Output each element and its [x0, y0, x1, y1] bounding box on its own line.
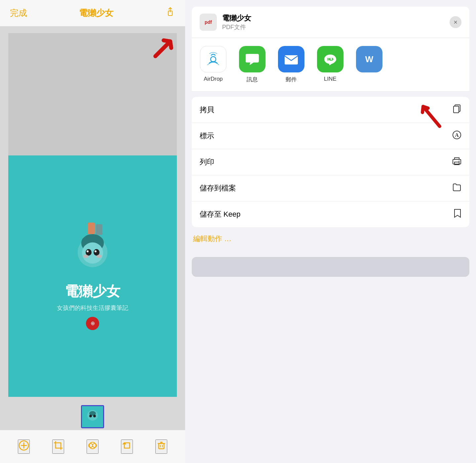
print-label: 列印: [200, 157, 214, 167]
svg-point-9: [94, 249, 99, 256]
pdf-content-area: 電獺少女 女孩們的科技生活膠囊筆記 ⊕: [0, 26, 185, 403]
markup-icon: A: [452, 130, 461, 142]
print-icon: [452, 156, 461, 168]
svg-rect-1: [88, 223, 95, 234]
save-keep-icon: [454, 209, 461, 220]
save-files-icon: [452, 183, 461, 194]
pdf-viewer-panel: 完成 電獺少女: [0, 0, 185, 463]
action-markup[interactable]: 標示 A: [192, 123, 469, 149]
save-keep-label: 儲存至 Keep: [200, 209, 241, 219]
action-print[interactable]: 列印: [192, 149, 469, 175]
red-arrow-indicator: [149, 33, 178, 63]
pdf-page-cover: 電獺少女 女孩們的科技生活膠囊筆記 ⊕: [8, 155, 177, 397]
app-item-more[interactable]: W: [354, 46, 384, 72]
pdf-page: 電獺少女 女孩們的科技生活膠囊筆記 ⊕: [8, 33, 177, 397]
copy-icon: [452, 104, 461, 115]
document-title: 電獺少女: [79, 7, 113, 19]
actions-list: 拷貝 標示 A: [192, 97, 469, 227]
apps-row: AirDrop 訊息 郵件: [192, 38, 469, 92]
red-seal: ⊕: [86, 317, 99, 330]
airdrop-icon: [205, 51, 222, 68]
airdrop-label: AirDrop: [204, 76, 223, 82]
share-sheet-panel: pdf 電獺少女 PDF文件 × AirDrop: [185, 0, 476, 463]
bottom-blur-area: [192, 257, 469, 277]
cover-character: [69, 223, 116, 275]
edit-actions-button[interactable]: 編輯動作 …: [185, 227, 476, 250]
action-copy[interactable]: 拷貝: [192, 97, 469, 123]
thumbnail-item[interactable]: [81, 405, 104, 428]
mail-label: 郵件: [286, 76, 297, 83]
line-label: LINE: [324, 76, 337, 82]
app-item-mail[interactable]: 郵件: [276, 46, 306, 83]
cover-subtitle: 女孩們的科技生活膠囊筆記: [57, 304, 128, 312]
app-item-messages[interactable]: 訊息: [237, 46, 267, 83]
line-app-icon: [322, 51, 339, 68]
svg-rect-27: [329, 58, 330, 60]
share-header-info: 電獺少女 PDF文件: [222, 13, 251, 31]
svg-rect-23: [159, 443, 164, 449]
svg-point-11: [95, 250, 97, 252]
mail-icon-box: [278, 46, 304, 72]
document-type: PDF文件: [222, 23, 251, 31]
add-button[interactable]: [18, 440, 30, 454]
copy-label: 拷貝: [200, 105, 214, 115]
action-save-keep[interactable]: 儲存至 Keep: [192, 201, 469, 227]
filter-button[interactable]: [87, 440, 99, 454]
close-button[interactable]: ×: [450, 16, 461, 28]
delete-button[interactable]: [155, 440, 167, 454]
svg-point-24: [211, 57, 216, 62]
svg-point-12: [83, 255, 89, 258]
more-app-icon: W: [356, 46, 382, 72]
svg-rect-2: [96, 224, 102, 235]
top-bar: 完成 電獺少女: [0, 0, 185, 26]
app-item-airdrop[interactable]: AirDrop: [198, 46, 228, 82]
markup-label: 標示: [200, 131, 214, 141]
document-name: 電獺少女: [222, 13, 251, 23]
messages-label: 訊息: [247, 76, 258, 83]
thumbnail-strip: [0, 403, 185, 430]
svg-point-8: [86, 249, 92, 256]
svg-point-34: [459, 161, 460, 162]
app-item-line[interactable]: LINE: [315, 46, 345, 82]
crop-button[interactable]: [52, 440, 64, 454]
svg-rect-25: [285, 55, 298, 64]
share-button[interactable]: [165, 7, 175, 19]
share-sheet-header: pdf 電獺少女 PDF文件 ×: [192, 7, 469, 38]
svg-point-10: [87, 250, 89, 252]
bottom-toolbar: [0, 430, 185, 463]
svg-point-18: [93, 415, 96, 417]
cover-title: 電獺少女: [65, 282, 120, 301]
line-icon-box: [317, 46, 343, 72]
pdf-icon: pdf: [200, 14, 217, 31]
save-files-label: 儲存到檔案: [200, 183, 236, 193]
airdrop-icon-box: [200, 46, 226, 72]
svg-text:A: A: [455, 132, 459, 138]
svg-point-17: [89, 415, 92, 417]
mail-icon: [283, 51, 299, 67]
messages-icon: [244, 51, 260, 67]
svg-point-13: [97, 255, 102, 258]
action-save-files[interactable]: 儲存到檔案: [192, 175, 469, 201]
svg-rect-29: [454, 106, 459, 113]
done-button[interactable]: 完成: [10, 7, 27, 19]
rotate-button[interactable]: [121, 440, 133, 454]
svg-point-7: [82, 242, 103, 264]
messages-icon-box: [239, 46, 265, 72]
